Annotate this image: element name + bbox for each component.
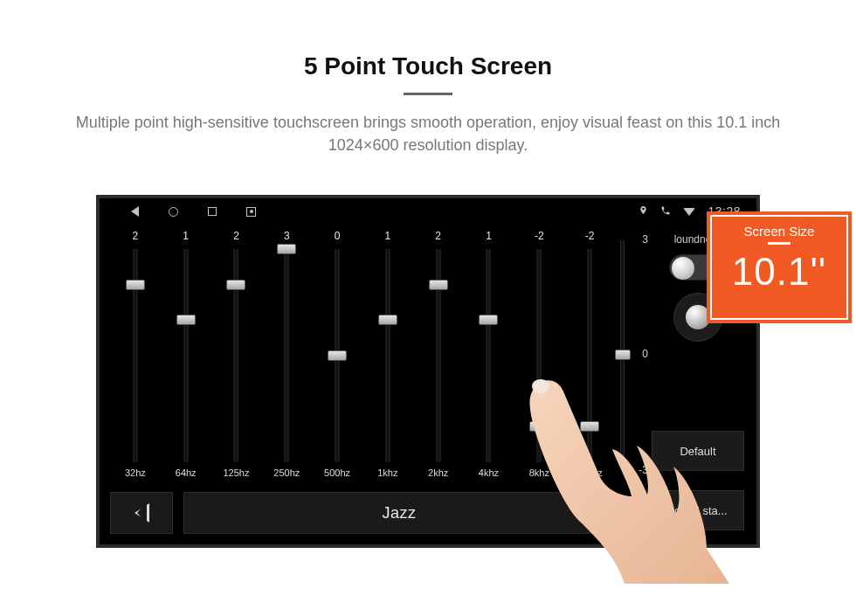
title-underline bbox=[404, 93, 452, 95]
eq-band-125hz[interactable]: 2125hz bbox=[211, 230, 262, 480]
back-button[interactable] bbox=[110, 492, 173, 534]
eq-band-250hz[interactable]: 3250hz bbox=[261, 230, 312, 480]
bottom-bar: Jazz bbox=[110, 490, 615, 536]
eq-band-8khz[interactable]: -28khz bbox=[514, 230, 564, 480]
eq-freq-label: 32hz bbox=[125, 467, 146, 480]
eq-band-2khz[interactable]: 22khz bbox=[413, 230, 464, 480]
eq-value-label: 0 bbox=[335, 230, 341, 244]
eq-freq-label: 125hz bbox=[224, 467, 250, 480]
eq-freq-label: 8khz bbox=[529, 467, 549, 480]
eq-value-label: 2 bbox=[133, 230, 139, 244]
slider-thumb[interactable] bbox=[580, 421, 599, 432]
eq-value-label: -2 bbox=[585, 230, 595, 244]
eq-value-label: 1 bbox=[486, 230, 492, 244]
eq-value-label: 1 bbox=[183, 230, 189, 244]
device-frame: 13:28 232hz164hz2125hz3250hz0500hz11khz2… bbox=[96, 195, 760, 548]
slider-thumb[interactable] bbox=[529, 421, 549, 432]
screen-size-callout: Screen Size 10.1'' bbox=[710, 215, 848, 320]
slider-thumb[interactable] bbox=[277, 244, 296, 254]
default-button[interactable]: Default bbox=[652, 431, 744, 471]
callout-value: 10.1'' bbox=[732, 250, 826, 294]
location-icon bbox=[639, 204, 648, 218]
back-arrow-icon bbox=[135, 503, 149, 523]
equalizer: 232hz164hz2125hz3250hz0500hz11khz22khz14… bbox=[110, 230, 615, 480]
eq-value-label: 3 bbox=[284, 230, 290, 244]
eq-freq-label: 16khz bbox=[576, 467, 602, 480]
preset-name-button[interactable]: Jazz bbox=[183, 492, 615, 534]
statusbar: 13:28 bbox=[100, 198, 756, 225]
slider-thumb[interactable] bbox=[176, 315, 196, 325]
callout-label: Screen Size bbox=[744, 224, 815, 239]
eq-freq-label: 1khz bbox=[377, 467, 397, 480]
slider-thumb[interactable] bbox=[126, 280, 145, 290]
eq-value-label: 2 bbox=[435, 230, 441, 244]
sound-stage-button[interactable]: sound sta... bbox=[652, 490, 744, 530]
screenshot-icon[interactable] bbox=[246, 207, 256, 217]
eq-value-label: -2 bbox=[535, 230, 544, 244]
eq-freq-label: 4khz bbox=[479, 467, 499, 480]
eq-freq-label: 64hz bbox=[176, 467, 197, 480]
knob-indicator bbox=[686, 305, 710, 329]
eq-freq-label: 250hz bbox=[273, 467, 300, 480]
slider-thumb[interactable] bbox=[226, 280, 245, 290]
toggle-knob bbox=[672, 257, 694, 280]
page-subtitle: Multiple point high-sensitive touchscree… bbox=[0, 111, 856, 176]
eq-freq-label: 2khz bbox=[428, 467, 448, 480]
slider-thumb[interactable] bbox=[378, 315, 397, 325]
eq-band-4khz[interactable]: 14khz bbox=[464, 230, 514, 480]
nav-recent-icon[interactable] bbox=[208, 207, 217, 216]
master-slider[interactable]: 3 0 -3 bbox=[615, 235, 636, 474]
slider-thumb[interactable] bbox=[479, 315, 498, 325]
slider-thumb[interactable] bbox=[429, 280, 448, 290]
eq-band-500hz[interactable]: 0500hz bbox=[312, 230, 362, 480]
page-title: 5 Point Touch Screen bbox=[0, 0, 856, 80]
phone-icon bbox=[660, 205, 671, 218]
eq-band-1khz[interactable]: 11khz bbox=[362, 230, 413, 480]
eq-value-label: 1 bbox=[385, 230, 391, 244]
nav-home-icon[interactable] bbox=[169, 207, 178, 217]
eq-value-label: 2 bbox=[233, 230, 239, 244]
wifi-icon bbox=[683, 208, 695, 216]
nav-back-icon[interactable] bbox=[131, 206, 139, 217]
callout-underline bbox=[768, 242, 790, 245]
eq-band-64hz[interactable]: 164hz bbox=[161, 230, 211, 480]
slider-thumb[interactable] bbox=[328, 350, 347, 361]
eq-band-16khz[interactable]: -216khz bbox=[564, 230, 615, 480]
eq-freq-label: 500hz bbox=[324, 467, 350, 480]
eq-band-32hz[interactable]: 232hz bbox=[110, 230, 161, 480]
